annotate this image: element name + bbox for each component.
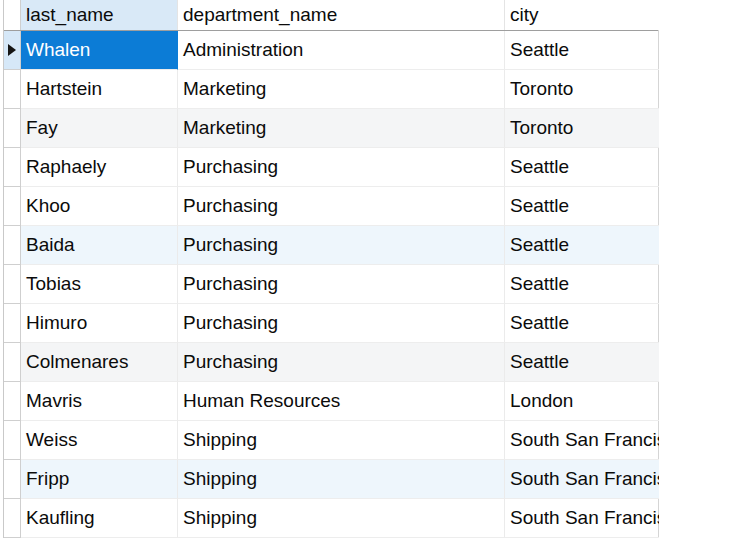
table-row[interactable]: Whalen Administration Seattle	[4, 31, 658, 70]
cell-department-name[interactable]: Purchasing	[178, 265, 505, 304]
cell-last-name[interactable]: Baida	[21, 226, 178, 265]
cell-last-name[interactable]: Himuro	[21, 304, 178, 343]
data-grid: last_name department_name city Whalen Ad…	[3, 0, 659, 538]
cell-city[interactable]: Toronto	[505, 70, 659, 109]
cell-city[interactable]: Seattle	[505, 343, 659, 382]
cell-city[interactable]: Seattle	[505, 31, 659, 70]
cell-department-name[interactable]: Purchasing	[178, 148, 505, 187]
current-row-arrow-icon	[8, 44, 16, 56]
cell-department-name[interactable]: Purchasing	[178, 343, 505, 382]
cell-department-name[interactable]: Marketing	[178, 70, 505, 109]
cell-city[interactable]: South San Francisco	[505, 460, 659, 499]
table-row[interactable]: Mavris Human Resources London	[4, 382, 658, 421]
cell-department-name[interactable]: Purchasing	[178, 226, 505, 265]
cell-last-name[interactable]: Weiss	[21, 421, 178, 460]
row-header[interactable]	[4, 460, 21, 499]
cell-last-name[interactable]: Mavris	[21, 382, 178, 421]
cell-last-name[interactable]: Raphaely	[21, 148, 178, 187]
cell-department-name[interactable]: Shipping	[178, 460, 505, 499]
cell-department-name[interactable]: Marketing	[178, 109, 505, 148]
row-header[interactable]	[4, 70, 21, 109]
cell-last-name[interactable]: Kaufling	[21, 499, 178, 538]
table-row[interactable]: Tobias Purchasing Seattle	[4, 265, 658, 304]
cell-city[interactable]: Seattle	[505, 226, 659, 265]
row-header[interactable]	[4, 226, 21, 265]
cell-city[interactable]: South San Francisco	[505, 421, 659, 460]
row-header[interactable]	[4, 382, 21, 421]
column-header-department-name[interactable]: department_name	[178, 0, 505, 30]
cell-department-name[interactable]: Purchasing	[178, 187, 505, 226]
row-header[interactable]	[4, 499, 21, 538]
cell-city[interactable]: Seattle	[505, 265, 659, 304]
table-row[interactable]: Hartstein Marketing Toronto	[4, 70, 658, 109]
table-row[interactable]: Himuro Purchasing Seattle	[4, 304, 658, 343]
cell-last-name[interactable]: Whalen	[21, 31, 178, 70]
row-header[interactable]	[4, 187, 21, 226]
table-row[interactable]: Baida Purchasing Seattle	[4, 226, 658, 265]
cell-city[interactable]: Seattle	[505, 187, 659, 226]
cell-department-name[interactable]: Administration	[178, 31, 505, 70]
row-header[interactable]	[4, 304, 21, 343]
row-header-current[interactable]	[4, 31, 21, 70]
row-header[interactable]	[4, 343, 21, 382]
row-header[interactable]	[4, 109, 21, 148]
corner-header-cell[interactable]	[4, 0, 21, 30]
column-header-city[interactable]: city	[505, 0, 659, 30]
cell-city[interactable]: South San Francisco	[505, 499, 659, 538]
row-header[interactable]	[4, 265, 21, 304]
cell-department-name[interactable]: Human Resources	[178, 382, 505, 421]
cell-last-name[interactable]: Hartstein	[21, 70, 178, 109]
cell-city[interactable]: Toronto	[505, 109, 659, 148]
cell-city[interactable]: Seattle	[505, 304, 659, 343]
cell-city[interactable]: Seattle	[505, 148, 659, 187]
table-row[interactable]: Khoo Purchasing Seattle	[4, 187, 658, 226]
cell-last-name[interactable]: Fay	[21, 109, 178, 148]
cell-department-name[interactable]: Shipping	[178, 499, 505, 538]
cell-last-name[interactable]: Colmenares	[21, 343, 178, 382]
cell-city[interactable]: London	[505, 382, 659, 421]
cell-last-name[interactable]: Khoo	[21, 187, 178, 226]
table-row[interactable]: Colmenares Purchasing Seattle	[4, 343, 658, 382]
cell-department-name[interactable]: Shipping	[178, 421, 505, 460]
table-row[interactable]: Fay Marketing Toronto	[4, 109, 658, 148]
result-grid-pane: last_name department_name city Whalen Ad…	[0, 0, 733, 539]
cell-department-name[interactable]: Purchasing	[178, 304, 505, 343]
table-row[interactable]: Weiss Shipping South San Francisco	[4, 421, 658, 460]
row-header[interactable]	[4, 148, 21, 187]
table-row[interactable]: Kaufling Shipping South San Francisco	[4, 499, 658, 538]
column-header-last-name[interactable]: last_name	[21, 0, 178, 30]
header-row: last_name department_name city	[4, 0, 658, 31]
cell-last-name[interactable]: Tobias	[21, 265, 178, 304]
table-row[interactable]: Fripp Shipping South San Francisco	[4, 460, 658, 499]
row-header[interactable]	[4, 421, 21, 460]
cell-last-name[interactable]: Fripp	[21, 460, 178, 499]
table-row[interactable]: Raphaely Purchasing Seattle	[4, 148, 658, 187]
